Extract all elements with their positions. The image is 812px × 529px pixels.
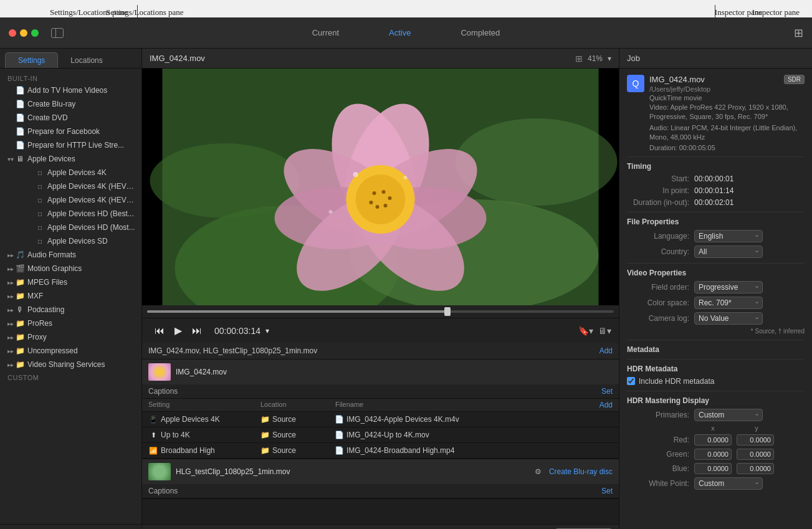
sidebar-item-audio-formats[interactable]: ▸ 🎵 Audio Formats [0,248,141,262]
sidebar-item-podcasting[interactable]: ▸ 🎙 Podcasting [0,303,141,317]
batch-header: IMG_0424.mov, HLG_testClip_1080p25_1min.… [142,343,619,360]
create-bluray-link[interactable]: Create Blu-ray disc [549,467,613,476]
traffic-lights [0,29,47,37]
green-y-input[interactable] [737,449,774,460]
sidebar-item-apple-hd-best[interactable]: □ Apple Devices HD (Best... [0,207,141,221]
grid-view-icon[interactable]: ⊞ [794,26,803,40]
file-type: QuickTime movie [649,94,805,102]
sidebar-item-video-sharing[interactable]: ▸ 📁 Video Sharing Services [0,358,141,371]
camera-log-row: Camera log: No Value [627,312,805,325]
device-icon: □ [35,209,45,219]
file-icon: 📄 [335,415,345,424]
folder-icon: 📁 [15,360,25,369]
zoom-dropdown-button[interactable]: ▾ [608,54,611,63]
file-icon: 📄 [335,431,345,439]
sidebar-item-http[interactable]: 📄 Prepare for HTTP Live Stre... [0,138,141,152]
sidebar-item-apple-sd[interactable]: □ Apple Devices SD [0,234,141,248]
sidebar-item-proxy[interactable]: ▸ 📁 Proxy [0,330,141,344]
scrubber-track[interactable] [147,310,614,313]
red-y-input[interactable] [737,434,774,446]
blue-x-input[interactable] [694,463,732,474]
captions-set-link-2[interactable]: Set [601,487,613,495]
sidebar-item-mpeg[interactable]: ▸ 📁 MPEG Files [0,275,141,289]
folder-icon: 📁 [15,332,25,342]
file-properties-title: File Properties [627,217,805,226]
document-icon: 📄 [15,140,25,150]
close-button[interactable] [9,29,16,37]
blue-y-input[interactable] [737,463,774,474]
batch-item-name: HLG_testClip_1080p25_1min.mov [176,467,530,476]
tab-current[interactable]: Current [287,25,364,41]
timecode-dropdown[interactable]: ▾ [260,326,274,335]
table-row[interactable]: ⬆ Up to 4K 📁 Source 📄 IMG_0424-Up to 4K.… [142,427,619,443]
svg-point-4 [456,118,618,206]
sidebar-toggle-button[interactable] [51,28,64,38]
sidebar-item-apple-devices[interactable]: ▾ 🖥 Apple Devices [0,152,141,166]
camera-log-select[interactable]: No Value [694,312,763,325]
include-hdr-label: Include HDR metadata [639,377,714,386]
minimize-button[interactable] [20,29,27,37]
maximize-button[interactable] [31,29,39,37]
sidebar-item-add-tv[interactable]: 📄 Add to TV Home Videos [0,83,141,97]
table-row[interactable]: 📶 Broadband High 📁 Source 📄 IMG_0424-Bro… [142,443,619,459]
include-hdr-checkbox[interactable] [627,377,635,385]
titlebar: Current Active Completed ⊞ [0,17,812,49]
language-select[interactable]: English [694,230,763,242]
sidebar-item-apple-4k[interactable]: □ Apple Devices 4K [0,166,141,179]
sidebar-item-apple-hd-most[interactable]: □ Apple Devices HD (Most... [0,221,141,234]
table-row[interactable]: 📱 Apple Devices 4K 📁 Source 📄 IMG_0424-A… [142,412,619,427]
duration-label: Duration (in-out): [627,198,689,207]
sidebar-item-label: Prepare for HTTP Live Stre... [27,141,124,150]
play-button[interactable]: ▶ [170,325,187,336]
svg-point-18 [384,204,388,207]
tab-active[interactable]: Active [364,25,436,41]
inspector-panel: Job Q IMG_0424.mov SDR /Users/jeffy/Desk… [619,49,812,529]
sidebar-item-bluray[interactable]: 📄 Create Blu-ray [0,97,141,111]
bookmark-button[interactable]: 🔖▾ [578,326,593,336]
field-order-select[interactable]: Progressive [694,281,763,293]
sidebar-item-motion-graphics[interactable]: ▸ 🎬 Motion Graphics [0,262,141,275]
green-x-input[interactable] [694,449,732,460]
sidebar-tab-settings[interactable]: Settings [5,52,58,68]
red-x-input[interactable] [694,434,732,446]
output-button[interactable]: 🖥▾ [598,326,611,336]
document-icon: 📄 [15,113,25,123]
primaries-select[interactable]: Custom [694,409,763,421]
file-icon: 📄 [335,446,345,455]
sidebar: Settings Locations BUILT-IN 📄 Add to TV … [0,49,142,529]
custom-section-label: CUSTOM [0,371,141,383]
setting-name: Broadband High [161,446,260,455]
sidebar-item-apple-4k-hevc2[interactable]: □ Apple Devices 4K (HEVC... [0,193,141,207]
sidebar-item-prores[interactable]: ▸ 📁 ProRes [0,317,141,330]
tab-completed[interactable]: Completed [436,25,525,41]
batch-header-text: IMG_0424.mov, HLG_testClip_1080p25_1min.… [148,346,599,355]
sidebar-item-label: Apple Devices [27,155,75,163]
folder-icon: 🎙 [15,305,25,315]
divider [627,156,805,157]
sidebar-item-facebook[interactable]: 📄 Prepare for Facebook [0,125,141,138]
sidebar-item-label: Video Sharing Services [27,360,105,369]
scrubber-thumb[interactable] [444,307,451,316]
captions-label: Captions [148,387,601,396]
color-space-select[interactable]: Rec. 709* [694,297,763,309]
white-point-row: White Point: Custom [627,477,805,490]
col-add-link[interactable]: Add [599,401,613,409]
start-label: Start: [627,174,689,183]
country-select[interactable]: All [694,245,763,258]
white-point-select[interactable]: Custom [694,477,763,490]
sidebar-item-apple-4k-hevc1[interactable]: □ Apple Devices 4K (HEVC... [0,179,141,193]
fast-forward-button[interactable]: ⏭ [187,325,207,336]
sidebar-item-dvd[interactable]: 📄 Create DVD [0,111,141,125]
sidebar-item-label: Proxy [27,333,47,341]
video-preview [142,69,619,305]
sidebar-item-mxf[interactable]: ▸ 📁 MXF [0,289,141,303]
col-filename-header: Filename [335,401,599,409]
sidebar-tab-locations[interactable]: Locations [58,52,115,68]
inspector-header: Job [619,49,812,69]
captions-set-link[interactable]: Set [601,387,613,396]
inpoint-value: 00:00:01:14 [694,186,733,195]
sidebar-item-uncompressed[interactable]: ▸ 📁 Uncompressed [0,344,141,358]
rewind-button[interactable]: ⏮ [150,325,170,336]
batch-add-link[interactable]: Add [599,346,613,355]
location-value: Source [272,415,335,424]
